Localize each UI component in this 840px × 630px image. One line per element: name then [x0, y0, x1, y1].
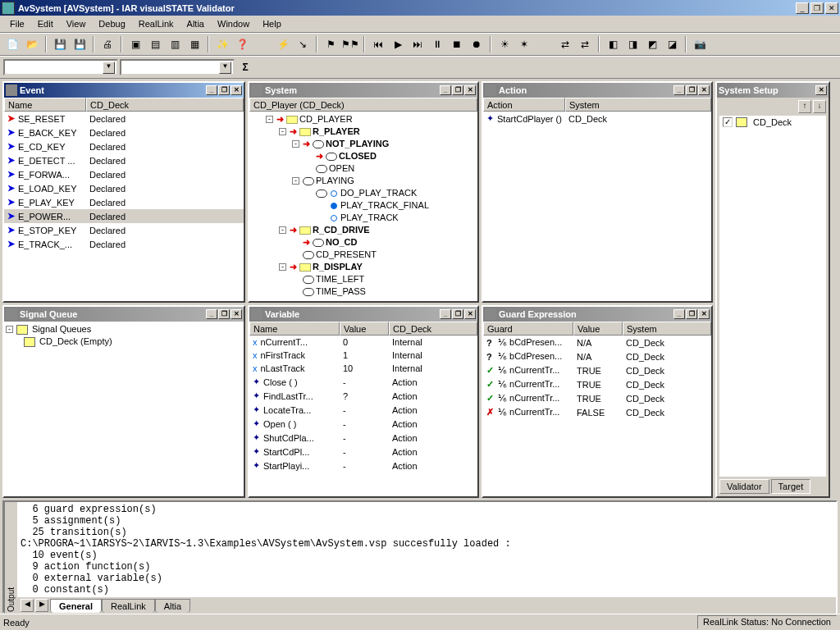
event-list[interactable]: Name CD_Deck ➤SE_RESETDeclared➤E_BACK_KE… [4, 98, 244, 301]
chevron-down-icon[interactable]: ▼ [103, 62, 115, 74]
tab-reallink[interactable]: RealLink [102, 599, 155, 613]
close-button[interactable]: ✕ [825, 2, 838, 14]
save-button[interactable]: 💾 [51, 35, 69, 53]
maximize-button[interactable]: ❐ [810, 2, 824, 14]
col-name[interactable]: Name [4, 98, 86, 112]
event-panel-title[interactable]: Event _ ❐ ✕ [4, 83, 244, 98]
tab-prev-button[interactable]: ◀ [21, 599, 34, 612]
combo-2[interactable]: ▼ [120, 59, 235, 75]
col-system[interactable]: System [565, 98, 711, 112]
variable-list[interactable]: Name Value CD_Deck xnCurrentT...0Interna… [249, 322, 477, 496]
system-tree[interactable]: CD_Player (CD_Deck) -➜CD_PLAYER-➜R_PLAYE… [249, 98, 477, 301]
record-button[interactable]: ⏺ [468, 35, 486, 53]
menu-altia[interactable]: Altia [180, 17, 211, 30]
checkbox-icon[interactable]: ✓ [723, 117, 733, 127]
table-row[interactable]: ✦LocateTra...-Action [249, 403, 477, 417]
table-row[interactable]: ➤E_TRACK_...Declared [4, 237, 244, 251]
tab-target[interactable]: Target [771, 479, 811, 494]
table-row[interactable]: ✗⅙ nCurrentTr...FALSECD_Deck [483, 405, 711, 419]
star-button[interactable]: ✶ [515, 35, 533, 53]
setup-panel-title[interactable]: System Setup ✕ [717, 83, 829, 98]
expand-icon[interactable]: - [279, 128, 286, 135]
tree-node[interactable]: OPEN [251, 162, 476, 175]
tree-node[interactable]: PLAY_TRACK_FINAL [251, 199, 476, 212]
panel-close-button[interactable]: ✕ [464, 85, 476, 95]
arrange-button[interactable]: ▦ [185, 35, 203, 53]
panel-max-button[interactable]: ❐ [452, 309, 463, 319]
col-system[interactable]: System [623, 322, 711, 336]
move-up-button[interactable]: ↑ [798, 100, 811, 113]
panel-min-button[interactable]: _ [673, 85, 685, 95]
tree-node[interactable]: -➜CD_PLAYER [251, 113, 476, 126]
play-button[interactable]: ▶ [389, 35, 407, 53]
col-cddeck[interactable]: CD_Deck [86, 98, 244, 112]
tree-node[interactable]: TIME_LEFT [251, 273, 476, 285]
col-name[interactable]: Name [249, 322, 340, 336]
print-button[interactable]: 🖨 [98, 35, 116, 53]
table-row[interactable]: ✓⅙ nCurrentTr...TRUECD_Deck [483, 377, 711, 391]
expand-icon[interactable]: - [279, 226, 286, 234]
cfg2-button[interactable]: ◨ [623, 35, 641, 53]
table-row[interactable]: xnLastTrack10Internal [249, 362, 477, 375]
table-row[interactable]: ?⅙ bCdPresen...N/ACD_Deck [483, 336, 711, 349]
tab-validator[interactable]: Validator [719, 479, 769, 494]
table-row[interactable]: ➤E_CD_KEYDeclared [4, 139, 244, 153]
tree-node[interactable]: ➜NO_CD [251, 236, 476, 249]
panel-min-button[interactable]: _ [206, 85, 217, 95]
tree-node[interactable]: DO_PLAY_TRACK [251, 187, 476, 199]
table-row[interactable]: xnFirstTrack1Internal [249, 349, 477, 362]
tree-node[interactable]: ➜CLOSED [251, 150, 476, 162]
panel-max-button[interactable]: ❐ [452, 85, 463, 95]
tree-node[interactable]: -➜NOT_PLAYING [251, 138, 476, 150]
table-row[interactable]: ➤E_DETECT ...Declared [4, 153, 244, 167]
panel-min-button[interactable]: _ [673, 309, 685, 319]
menu-help[interactable]: Help [256, 17, 288, 30]
cfg4-button[interactable]: ◪ [663, 35, 681, 53]
variable-panel-title[interactable]: Variable _ ❐ ✕ [249, 307, 477, 322]
tree-node[interactable]: -➜R_CD_DRIVE [251, 224, 476, 236]
rewind-button[interactable]: ⏮ [369, 35, 387, 53]
table-row[interactable]: ➤E_PLAY_KEYDeclared [4, 195, 244, 209]
tab-next-button[interactable]: ▶ [35, 599, 48, 612]
expand-icon[interactable]: - [279, 263, 286, 271]
sun-button[interactable]: ☀ [495, 35, 514, 53]
tile-v-button[interactable]: ▥ [166, 35, 184, 53]
expand-icon[interactable]: - [292, 177, 299, 185]
tab-altia[interactable]: Altia [155, 599, 190, 613]
table-row[interactable]: ➤SE_RESETDeclared [4, 112, 244, 126]
new-button[interactable]: 📄 [3, 35, 21, 53]
table-row[interactable]: ✦StartCdPlayer ()CD_Deck [483, 112, 711, 126]
flag-button[interactable]: ⚑ [322, 35, 340, 53]
table-row[interactable]: xnCurrentT...0Internal [249, 336, 477, 349]
panel-min-button[interactable]: _ [440, 309, 451, 319]
tree-node[interactable]: -➜R_PLAYER [251, 126, 476, 138]
wand-button[interactable]: ✨ [213, 35, 231, 53]
combo-1[interactable]: ▼ [3, 59, 118, 75]
action-panel-title[interactable]: Action _ ❐ ✕ [483, 83, 711, 98]
lightning-button[interactable]: ⚡ [274, 35, 292, 53]
menu-file[interactable]: File [3, 17, 31, 30]
open-button[interactable]: 📂 [23, 35, 41, 53]
menu-reallink[interactable]: RealLink [132, 17, 180, 30]
move-down-button[interactable]: ↓ [813, 100, 826, 113]
table-row[interactable]: ✦StartCdPl...-Action [249, 445, 477, 459]
menu-view[interactable]: View [60, 17, 93, 30]
signal-tree[interactable]: -Signal Queues CD_Deck (Empty) [4, 322, 244, 496]
col-src[interactable]: CD_Deck [389, 322, 477, 336]
setup-list[interactable]: ✓ CD_Deck [719, 116, 826, 477]
link2-button[interactable]: ⇄ [576, 35, 594, 53]
table-row[interactable]: ➤E_FORWA...Declared [4, 167, 244, 181]
panel-close-button[interactable]: ✕ [231, 309, 242, 319]
panel-close-button[interactable]: ✕ [698, 309, 710, 319]
table-row[interactable]: ➤E_LOAD_KEYDeclared [4, 181, 244, 195]
table-row[interactable]: ➤E_STOP_KEYDeclared [4, 223, 244, 237]
tile-h-button[interactable]: ▤ [146, 35, 164, 53]
table-row[interactable]: ✦Close ( )-Action [249, 375, 477, 389]
tree-node[interactable]: -PLAYING [251, 175, 476, 187]
table-row[interactable]: ➤E_BACK_KEYDeclared [4, 126, 244, 139]
table-row[interactable]: ➤E_POWER...Declared [4, 209, 244, 223]
table-row[interactable]: ✦ShutCdPla...-Action [249, 431, 477, 445]
table-row[interactable]: ✦FindLastTr...?Action [249, 389, 477, 403]
panel-max-button[interactable]: ❐ [218, 85, 230, 95]
table-row[interactable]: ✓⅙ nCurrentTr...TRUECD_Deck [483, 391, 711, 405]
